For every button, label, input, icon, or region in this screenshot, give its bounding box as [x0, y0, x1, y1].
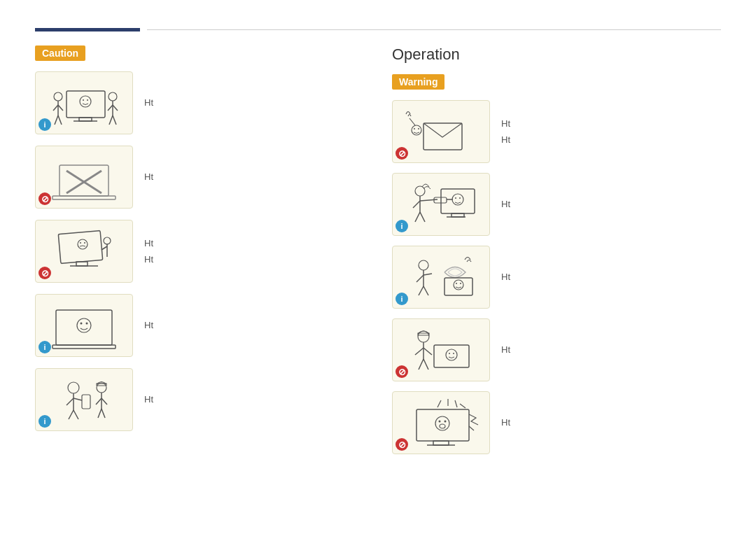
main-content: Caution	[35, 45, 721, 464]
svg-line-10	[55, 115, 58, 125]
svg-rect-55	[441, 189, 475, 213]
list-item: i Ht	[392, 173, 721, 236]
r-item-text-1: Ht Ht	[501, 115, 510, 148]
svg-line-16	[109, 115, 113, 125]
caution-badge: Caution	[35, 45, 85, 61]
svg-point-43	[97, 383, 106, 393]
r-item-text-3: Ht	[501, 269, 510, 285]
svg-line-9	[58, 105, 63, 111]
svg-rect-67	[434, 197, 447, 203]
svg-point-89	[453, 353, 454, 354]
svg-line-74	[424, 286, 428, 295]
svg-point-61	[415, 186, 425, 196]
svg-point-5	[87, 99, 88, 101]
list-item: ⊘ Ht	[35, 146, 350, 209]
list-item: i Ht	[35, 71, 350, 134]
top-divider	[35, 28, 721, 31]
no-icon-r4: ⊘	[396, 365, 408, 378]
svg-line-39	[74, 398, 82, 400]
info-icon-5: i	[38, 415, 51, 428]
svg-line-83	[424, 348, 432, 355]
svg-line-15	[113, 105, 118, 111]
svg-line-46	[96, 398, 102, 405]
svg-point-59	[455, 197, 456, 199]
illustration-4: i	[35, 294, 133, 357]
r-item-text-2: Ht	[501, 196, 510, 212]
svg-point-69	[419, 260, 428, 270]
svg-point-4	[83, 99, 84, 101]
svg-line-38	[66, 398, 74, 405]
svg-line-54	[410, 118, 415, 125]
illustration-1: i	[35, 71, 133, 134]
svg-point-34	[80, 322, 83, 324]
svg-point-87	[446, 349, 457, 360]
warning-badge: Warning	[392, 74, 444, 90]
svg-line-93	[460, 404, 465, 408]
svg-rect-75	[444, 278, 472, 295]
svg-line-82	[415, 348, 424, 355]
info-icon-1: i	[38, 118, 51, 131]
svg-line-49	[102, 409, 105, 418]
svg-rect-95	[433, 441, 449, 445]
illustration-5: i	[35, 368, 133, 431]
r-illustration-2: i	[392, 173, 490, 236]
svg-rect-31	[56, 310, 112, 345]
info-icon-4: i	[38, 341, 51, 353]
item-text-3: Ht Ht	[144, 235, 153, 268]
svg-line-65	[415, 212, 420, 222]
svg-rect-80	[418, 333, 429, 335]
item-text-4: Ht	[144, 317, 153, 333]
svg-line-40	[69, 410, 74, 419]
illustration-3: ⊘	[35, 220, 133, 283]
left-section: Caution	[35, 45, 371, 464]
svg-line-14	[108, 105, 113, 111]
svg-line-92	[455, 400, 457, 407]
svg-rect-94	[416, 409, 469, 441]
r-illustration-5: ⊘	[392, 391, 490, 454]
svg-point-3	[80, 96, 91, 107]
svg-line-84	[419, 359, 424, 370]
no-icon-3: ⊘	[38, 267, 51, 279]
list-item: i Ht	[35, 294, 350, 357]
svg-point-27	[84, 242, 85, 244]
svg-line-48	[98, 409, 102, 418]
svg-point-35	[86, 322, 88, 324]
svg-point-99	[444, 420, 447, 422]
svg-line-64	[420, 199, 438, 201]
item-text-5: Ht	[144, 391, 153, 407]
svg-line-90	[438, 400, 441, 407]
r-illustration-3: i	[392, 246, 490, 309]
svg-line-66	[420, 212, 425, 222]
no-icon-r1: ⊘	[396, 147, 408, 160]
svg-point-12	[108, 92, 117, 101]
divider-thick	[35, 28, 140, 31]
list-item: ⊘ Ht	[392, 318, 721, 381]
svg-point-88	[449, 353, 450, 354]
svg-rect-32	[52, 345, 115, 349]
svg-rect-86	[434, 345, 469, 367]
no-icon-2: ⊘	[38, 192, 51, 205]
r-illustration-1: ⊘	[392, 100, 490, 163]
svg-line-71	[416, 275, 424, 282]
svg-point-60	[459, 197, 461, 199]
svg-line-72	[424, 274, 432, 275]
illustration-2: ⊘	[35, 146, 133, 209]
svg-rect-18	[59, 165, 108, 196]
svg-line-8	[53, 105, 58, 111]
operation-title: Operation	[392, 45, 721, 64]
svg-line-85	[424, 359, 428, 370]
item-text-1: Ht	[144, 94, 153, 111]
svg-line-47	[102, 398, 107, 405]
svg-point-25	[78, 239, 88, 249]
svg-point-52	[414, 128, 415, 129]
svg-rect-22	[58, 230, 102, 263]
info-icon-r3: i	[396, 293, 408, 305]
r-item-text-5: Ht	[501, 414, 510, 430]
svg-line-41	[74, 410, 78, 419]
svg-point-26	[80, 242, 81, 244]
svg-point-98	[439, 420, 441, 422]
svg-line-63	[413, 201, 420, 208]
svg-point-78	[460, 283, 461, 284]
svg-point-33	[77, 318, 91, 332]
svg-point-100	[440, 424, 445, 428]
